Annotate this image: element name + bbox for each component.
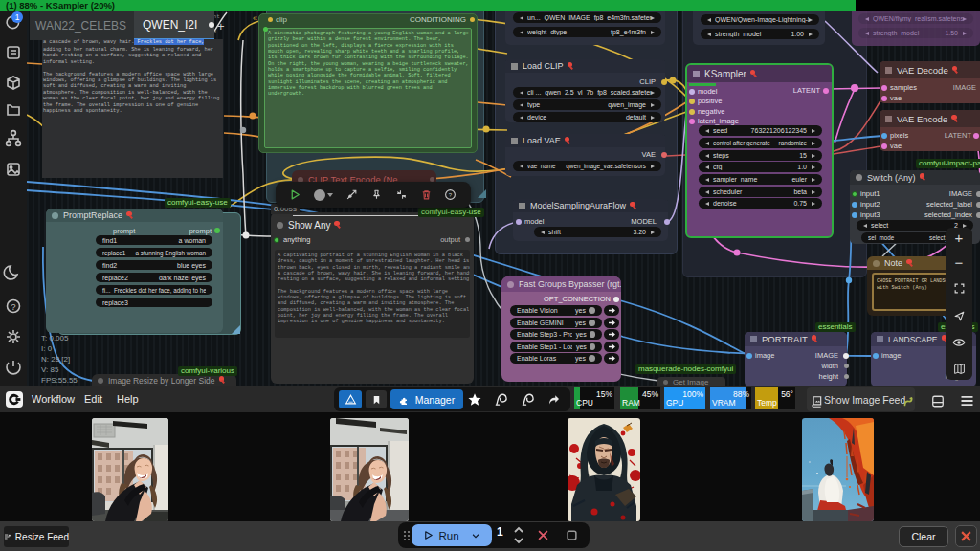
svg-text:1: 1 xyxy=(15,12,20,22)
svg-text:?: ? xyxy=(449,192,453,198)
svg-text:?: ? xyxy=(11,302,15,312)
